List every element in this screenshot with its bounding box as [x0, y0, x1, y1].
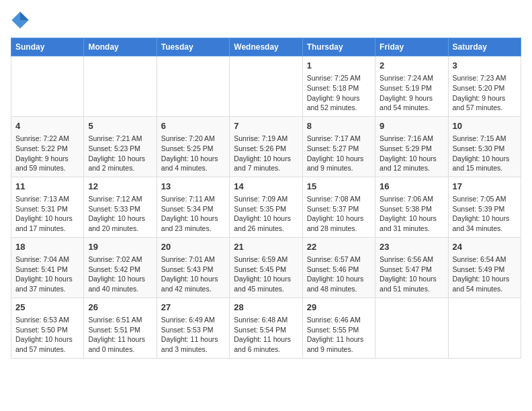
table-cell: 25Sunrise: 6:53 AMSunset: 5:50 PMDayligh…	[11, 298, 84, 358]
table-cell: 16Sunrise: 7:06 AMSunset: 5:38 PMDayligh…	[375, 177, 448, 237]
table-cell: 19Sunrise: 7:02 AMSunset: 5:42 PMDayligh…	[84, 237, 157, 298]
day-detail: Sunrise: 7:11 AMSunset: 5:34 PMDaylight:…	[161, 194, 225, 234]
day-detail: Sunrise: 7:04 AMSunset: 5:41 PMDaylight:…	[15, 255, 79, 294]
table-cell: 9Sunrise: 7:16 AMSunset: 5:29 PMDaylight…	[375, 116, 448, 177]
day-detail: Sunrise: 7:15 AMSunset: 5:30 PMDaylight:…	[453, 134, 517, 173]
day-number: 16	[380, 181, 443, 193]
day-detail: Sunrise: 7:06 AMSunset: 5:38 PMDaylight:…	[380, 194, 443, 234]
table-cell	[11, 56, 84, 117]
table-cell: 23Sunrise: 6:56 AMSunset: 5:47 PMDayligh…	[375, 237, 448, 298]
day-detail: Sunrise: 6:49 AMSunset: 5:53 PMDaylight:…	[161, 315, 225, 355]
table-cell: 8Sunrise: 7:17 AMSunset: 5:27 PMDaylight…	[302, 116, 375, 177]
table-cell: 2Sunrise: 7:24 AMSunset: 5:19 PMDaylight…	[375, 56, 448, 117]
day-number: 29	[307, 302, 371, 314]
day-detail: Sunrise: 6:59 AMSunset: 5:45 PMDaylight:…	[234, 255, 298, 294]
day-detail: Sunrise: 7:16 AMSunset: 5:29 PMDaylight:…	[380, 134, 443, 173]
table-cell: 14Sunrise: 7:09 AMSunset: 5:35 PMDayligh…	[230, 177, 302, 237]
day-detail: Sunrise: 7:08 AMSunset: 5:37 PMDaylight:…	[307, 194, 371, 234]
day-detail: Sunrise: 6:57 AMSunset: 5:46 PMDaylight:…	[307, 255, 371, 294]
day-number: 15	[307, 181, 371, 193]
day-number: 28	[234, 302, 298, 314]
day-detail: Sunrise: 6:51 AMSunset: 5:51 PMDaylight:…	[88, 315, 152, 355]
day-detail: Sunrise: 7:01 AMSunset: 5:43 PMDaylight:…	[161, 255, 225, 294]
logo-icon	[11, 11, 30, 30]
calendar-table: SundayMondayTuesdayWednesdayThursdayFrid…	[11, 38, 521, 359]
day-detail: Sunrise: 7:23 AMSunset: 5:20 PMDaylight:…	[453, 73, 517, 113]
table-cell: 1Sunrise: 7:25 AMSunset: 5:18 PMDaylight…	[302, 56, 375, 117]
table-cell: 13Sunrise: 7:11 AMSunset: 5:34 PMDayligh…	[157, 177, 229, 237]
day-detail: Sunrise: 6:46 AMSunset: 5:55 PMDaylight:…	[307, 315, 371, 355]
logo	[11, 11, 32, 30]
header-day-saturday: Saturday	[448, 38, 521, 56]
table-cell: 15Sunrise: 7:08 AMSunset: 5:37 PMDayligh…	[302, 177, 375, 237]
day-detail: Sunrise: 7:19 AMSunset: 5:26 PMDaylight:…	[234, 134, 298, 173]
day-detail: Sunrise: 6:53 AMSunset: 5:50 PMDaylight:…	[15, 315, 79, 355]
week-row-2: 4Sunrise: 7:22 AMSunset: 5:22 PMDaylight…	[11, 116, 521, 177]
table-cell: 27Sunrise: 6:49 AMSunset: 5:53 PMDayligh…	[157, 298, 229, 358]
day-detail: Sunrise: 7:22 AMSunset: 5:22 PMDaylight:…	[15, 134, 79, 173]
day-detail: Sunrise: 7:20 AMSunset: 5:25 PMDaylight:…	[161, 134, 225, 173]
week-row-3: 11Sunrise: 7:13 AMSunset: 5:31 PMDayligh…	[11, 177, 521, 237]
day-number: 25	[15, 302, 79, 314]
day-detail: Sunrise: 7:24 AMSunset: 5:19 PMDaylight:…	[380, 73, 443, 113]
table-cell: 26Sunrise: 6:51 AMSunset: 5:51 PMDayligh…	[84, 298, 157, 358]
day-detail: Sunrise: 7:05 AMSunset: 5:39 PMDaylight:…	[453, 194, 517, 234]
day-number: 1	[307, 60, 371, 72]
day-number: 4	[15, 120, 79, 132]
table-cell: 5Sunrise: 7:21 AMSunset: 5:23 PMDaylight…	[84, 116, 157, 177]
header-day-friday: Friday	[375, 38, 448, 56]
day-detail: Sunrise: 7:17 AMSunset: 5:27 PMDaylight:…	[307, 134, 371, 173]
table-cell: 12Sunrise: 7:12 AMSunset: 5:33 PMDayligh…	[84, 177, 157, 237]
svg-marker-1	[20, 11, 29, 20]
table-cell: 21Sunrise: 6:59 AMSunset: 5:45 PMDayligh…	[230, 237, 302, 298]
table-cell: 24Sunrise: 6:54 AMSunset: 5:49 PMDayligh…	[448, 237, 521, 298]
table-cell: 3Sunrise: 7:23 AMSunset: 5:20 PMDaylight…	[448, 56, 521, 117]
table-cell: 22Sunrise: 6:57 AMSunset: 5:46 PMDayligh…	[302, 237, 375, 298]
table-cell: 20Sunrise: 7:01 AMSunset: 5:43 PMDayligh…	[157, 237, 229, 298]
day-number: 27	[161, 302, 225, 314]
day-number: 19	[88, 241, 152, 253]
day-number: 10	[453, 120, 517, 132]
day-number: 9	[380, 120, 443, 132]
calendar-header-row: SundayMondayTuesdayWednesdayThursdayFrid…	[11, 38, 521, 56]
day-number: 24	[453, 241, 517, 253]
table-cell: 17Sunrise: 7:05 AMSunset: 5:39 PMDayligh…	[448, 177, 521, 237]
table-cell	[84, 56, 157, 117]
day-number: 5	[88, 120, 152, 132]
header-day-monday: Monday	[84, 38, 157, 56]
day-number: 6	[161, 120, 225, 132]
day-detail: Sunrise: 6:56 AMSunset: 5:47 PMDaylight:…	[380, 255, 443, 294]
day-detail: Sunrise: 7:12 AMSunset: 5:33 PMDaylight:…	[88, 194, 152, 234]
table-cell: 4Sunrise: 7:22 AMSunset: 5:22 PMDaylight…	[11, 116, 84, 177]
header-day-thursday: Thursday	[302, 38, 375, 56]
day-number: 12	[88, 181, 152, 193]
week-row-4: 18Sunrise: 7:04 AMSunset: 5:41 PMDayligh…	[11, 237, 521, 298]
page-header	[11, 11, 521, 30]
day-detail: Sunrise: 7:09 AMSunset: 5:35 PMDaylight:…	[234, 194, 298, 234]
table-cell: 10Sunrise: 7:15 AMSunset: 5:30 PMDayligh…	[448, 116, 521, 177]
day-detail: Sunrise: 6:48 AMSunset: 5:54 PMDaylight:…	[234, 315, 298, 355]
day-number: 2	[380, 60, 443, 72]
table-cell	[157, 56, 229, 117]
table-cell: 6Sunrise: 7:20 AMSunset: 5:25 PMDaylight…	[157, 116, 229, 177]
day-detail: Sunrise: 7:02 AMSunset: 5:42 PMDaylight:…	[88, 255, 152, 294]
day-detail: Sunrise: 7:25 AMSunset: 5:18 PMDaylight:…	[307, 73, 371, 113]
table-cell: 7Sunrise: 7:19 AMSunset: 5:26 PMDaylight…	[230, 116, 302, 177]
table-cell	[448, 298, 521, 358]
day-number: 3	[453, 60, 517, 72]
day-number: 23	[380, 241, 443, 253]
day-number: 17	[453, 181, 517, 193]
header-day-sunday: Sunday	[11, 38, 84, 56]
day-detail: Sunrise: 7:21 AMSunset: 5:23 PMDaylight:…	[88, 134, 152, 173]
week-row-1: 1Sunrise: 7:25 AMSunset: 5:18 PMDaylight…	[11, 56, 521, 117]
day-number: 11	[15, 181, 79, 193]
header-day-tuesday: Tuesday	[157, 38, 229, 56]
table-cell: 28Sunrise: 6:48 AMSunset: 5:54 PMDayligh…	[230, 298, 302, 358]
day-number: 7	[234, 120, 298, 132]
table-cell	[375, 298, 448, 358]
day-number: 21	[234, 241, 298, 253]
week-row-5: 25Sunrise: 6:53 AMSunset: 5:50 PMDayligh…	[11, 298, 521, 358]
table-cell	[230, 56, 302, 117]
day-number: 14	[234, 181, 298, 193]
day-number: 22	[307, 241, 371, 253]
